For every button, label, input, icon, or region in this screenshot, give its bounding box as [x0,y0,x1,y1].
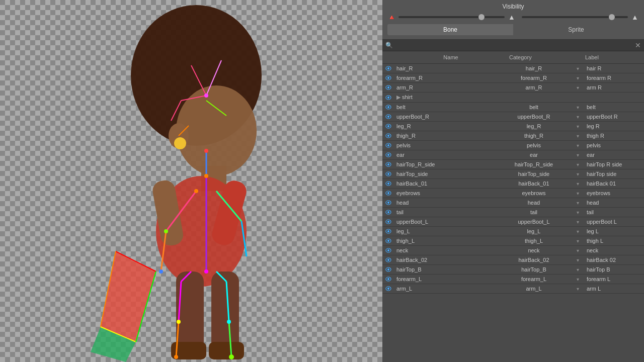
row-category-dropdown[interactable]: ▾ [572,114,584,120]
row-category-cell: ear [496,151,572,159]
row-label-cell: pelvis [584,141,644,149]
row-name-cell: arm_L [394,285,496,293]
visibility-eye-icon[interactable] [382,219,394,224]
row-category-dropdown[interactable]: ▾ [572,286,584,292]
expand-arrow-icon[interactable]: ▶ [396,94,400,100]
clear-search-icon[interactable]: ✕ [635,41,641,49]
svg-point-54 [387,97,389,99]
visibility-eye-icon[interactable] [382,181,394,186]
row-category-dropdown[interactable]: ▾ [572,124,584,129]
table-row[interactable]: thigh_Rthigh_R▾thigh R [382,131,644,141]
row-label-cell: neck [584,246,644,254]
table-row[interactable]: leg_Rleg_R▾leg R [382,122,644,131]
row-category-dropdown[interactable]: ▾ [572,75,584,81]
row-category-dropdown[interactable]: ▾ [572,200,584,206]
row-category-dropdown[interactable]: ▾ [572,133,584,139]
table-row[interactable]: hairTop_R_sidehairTop_R_side▾hairTop R s… [382,160,644,169]
table-row[interactable]: thigh_Lthigh_L▾thigh L [382,236,644,246]
row-category-dropdown[interactable]: ▾ [572,171,584,177]
visibility-eye-icon[interactable] [382,286,394,291]
visibility-eye-icon[interactable] [382,152,394,157]
visibility-eye-icon[interactable] [382,191,394,196]
row-label-cell: forearm L [584,275,644,283]
row-label-cell: thigh R [584,132,644,140]
table-row[interactable]: forearm_Lforearm_L▾forearm L [382,275,644,284]
visibility-eye-icon[interactable] [382,210,394,215]
row-category-dropdown[interactable]: ▾ [572,105,584,110]
visibility-eye-icon[interactable] [382,248,394,253]
visibility-eye-icon[interactable] [382,85,394,90]
row-category-cell: arm_R [496,83,572,92]
visibility-eye-icon[interactable] [382,200,394,205]
row-category-dropdown[interactable]: ▾ [572,85,584,90]
table-row[interactable]: pelvispelvis▾pelvis [382,141,644,150]
visibility-eye-icon[interactable] [382,114,394,119]
sprite-slider-track[interactable] [522,16,628,18]
bone-slider-track[interactable] [398,16,505,18]
visibility-eye-icon[interactable] [382,171,394,176]
visibility-eye-icon[interactable] [382,105,394,110]
row-label-cell: belt [584,103,644,111]
visibility-eye-icon[interactable] [382,133,394,138]
row-category-dropdown[interactable]: ▾ [572,257,584,263]
table-row[interactable]: arm_Rarm_R▾arm R [382,83,644,93]
table-row[interactable]: neckneck▾neck [382,246,644,255]
row-category-cell: hair_R [496,64,572,72]
visibility-eye-icon[interactable] [382,162,394,167]
table-row[interactable]: forearm_Rforearm_R▾forearm R [382,73,644,83]
table-row[interactable]: hair_Rhair_R▾hair R [382,64,644,73]
row-category-dropdown[interactable]: ▾ [572,267,584,273]
table-row[interactable]: earear▾ear [382,150,644,160]
row-name-cell: eyebrows [394,189,496,197]
viewport[interactable] [0,0,382,362]
row-category-dropdown[interactable]: ▾ [572,162,584,167]
search-input[interactable] [395,42,633,49]
visibility-eye-icon[interactable] [382,124,394,129]
visibility-eye-icon[interactable] [382,75,394,80]
table-row[interactable]: ▶shirt [382,93,644,103]
bone-slider-thumb[interactable] [478,14,485,20]
table-row[interactable]: eyebrowseyebrows▾eyebrows [382,189,644,198]
visibility-eye-icon[interactable] [382,277,394,282]
row-category-dropdown[interactable]: ▾ [572,181,584,187]
svg-point-92 [387,278,389,280]
row-category-dropdown[interactable]: ▾ [572,66,584,71]
sprite-button[interactable]: Sprite [513,24,639,35]
table-row[interactable]: upperBoot_LupperBoot_L▾upperBoot L [382,217,644,227]
row-category-dropdown[interactable]: ▾ [572,277,584,282]
visibility-title: Visibility [387,3,639,10]
visibility-eye-icon[interactable] [382,257,394,262]
sprite-slider-thumb[interactable] [609,14,615,20]
row-name-cell: hairTop_side [394,170,496,178]
visibility-eye-icon[interactable] [382,238,394,243]
table-row[interactable]: hairBack_01hairBack_01▾hairBack 01 [382,179,644,189]
row-category-dropdown[interactable]: ▾ [572,219,584,225]
row-name-cell: hairBack_01 [394,179,496,188]
table-row[interactable]: hairTop_BhairTop_B▾hairTop B [382,265,644,275]
visibility-eye-icon[interactable] [382,229,394,234]
visibility-eye-icon[interactable] [382,143,394,148]
table-row[interactable]: beltbelt▾belt [382,103,644,112]
table-row[interactable]: hairBack_02hairBack_02▾hairBack 02 [382,255,644,265]
table-row[interactable]: tailtail▾tail [382,208,644,217]
row-name-cell: hairTop_R_side [394,160,496,168]
row-category-cell: hairBack_02 [496,256,572,264]
visibility-eye-icon[interactable] [382,267,394,272]
row-category-dropdown[interactable]: ▾ [572,191,584,196]
row-category-dropdown[interactable]: ▾ [572,238,584,244]
visibility-eye-icon[interactable] [382,95,394,100]
table-row[interactable]: upperBoot_RupperBoot_R▾upperBoot R [382,112,644,122]
table-row[interactable]: arm_Larm_L▾arm L [382,284,644,294]
table-row[interactable]: headhead▾head [382,198,644,208]
bone-button[interactable]: Bone [387,24,513,35]
svg-point-36 [204,174,208,178]
row-category-dropdown[interactable]: ▾ [572,143,584,148]
row-category-dropdown[interactable]: ▾ [572,210,584,215]
table-row[interactable]: hairTop_sidehairTop_side▾hairTop side [382,169,644,179]
row-category-dropdown[interactable]: ▾ [572,248,584,253]
visibility-eye-icon[interactable] [382,66,394,71]
row-category-dropdown[interactable]: ▾ [572,229,584,234]
table-row[interactable]: leg_Lleg_L▾leg L [382,227,644,236]
row-category-dropdown[interactable]: ▾ [572,152,584,158]
row-name-cell: ear [394,151,496,159]
